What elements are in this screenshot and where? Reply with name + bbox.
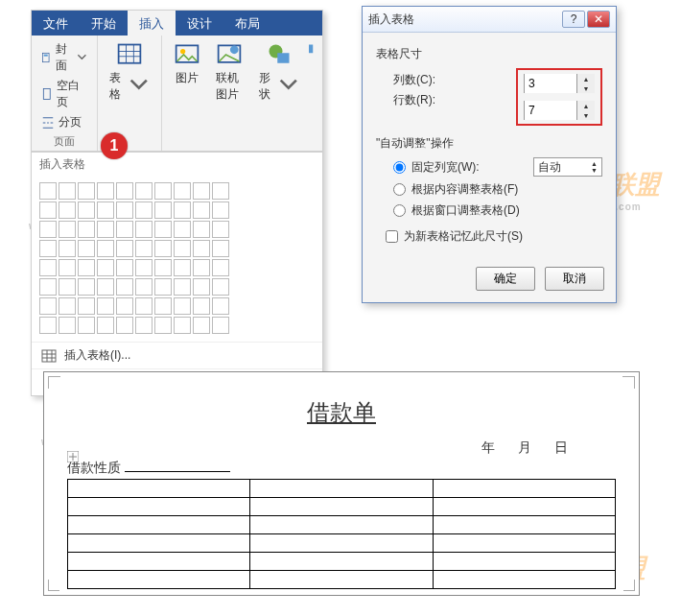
- grid-cell[interactable]: [154, 221, 172, 238]
- grid-cell[interactable]: [59, 182, 76, 200]
- cover-page-button[interactable]: 封面: [37, 39, 91, 76]
- grid-cell[interactable]: [59, 240, 76, 257]
- grid-cell[interactable]: [154, 259, 172, 276]
- grid-cell[interactable]: [174, 221, 191, 238]
- grid-cell[interactable]: [39, 297, 57, 315]
- dialog-titlebar[interactable]: 插入表格 ? ✕: [363, 7, 616, 33]
- grid-cell[interactable]: [212, 278, 229, 296]
- grid-cell[interactable]: [59, 317, 76, 334]
- grid-cell[interactable]: [174, 317, 191, 334]
- cols-down[interactable]: ▼: [577, 83, 595, 93]
- grid-cell[interactable]: [174, 297, 191, 315]
- grid-cell[interactable]: [135, 317, 153, 334]
- grid-cell[interactable]: [59, 259, 76, 276]
- grid-cell[interactable]: [78, 240, 95, 257]
- tab-home[interactable]: 开始: [80, 11, 128, 36]
- table-button[interactable]: 表格: [104, 39, 155, 105]
- grid-cell[interactable]: [193, 240, 210, 257]
- grid-cell[interactable]: [39, 221, 57, 238]
- grid-cell[interactable]: [174, 182, 191, 200]
- grid-cell[interactable]: [78, 297, 95, 315]
- grid-cell[interactable]: [97, 240, 114, 257]
- grid-cell[interactable]: [116, 278, 133, 296]
- ok-button[interactable]: 确定: [476, 267, 535, 291]
- grid-cell[interactable]: [59, 278, 76, 296]
- grid-cell[interactable]: [97, 259, 114, 276]
- grid-cell[interactable]: [193, 297, 210, 315]
- grid-cell[interactable]: [212, 259, 229, 276]
- grid-cell[interactable]: [193, 182, 210, 200]
- grid-cell[interactable]: [154, 201, 172, 219]
- cols-up[interactable]: ▲: [577, 74, 595, 83]
- grid-cell[interactable]: [212, 240, 229, 257]
- grid-cell[interactable]: [78, 182, 95, 200]
- grid-cell[interactable]: [154, 278, 172, 296]
- grid-cell[interactable]: [39, 259, 57, 276]
- grid-cell[interactable]: [135, 297, 153, 315]
- grid-cell[interactable]: [193, 278, 210, 296]
- grid-cell[interactable]: [212, 182, 229, 200]
- grid-cell[interactable]: [39, 240, 57, 257]
- cols-spinner[interactable]: ▲▼: [524, 74, 595, 93]
- grid-cell[interactable]: [154, 297, 172, 315]
- remember-size-checkbox[interactable]: [386, 230, 398, 243]
- grid-cell[interactable]: [78, 317, 95, 334]
- grid-cell[interactable]: [97, 278, 114, 296]
- tab-design[interactable]: 设计: [176, 11, 223, 36]
- grid-cell[interactable]: [59, 297, 76, 315]
- grid-cell[interactable]: [193, 259, 210, 276]
- grid-cell[interactable]: [135, 240, 153, 257]
- cancel-button[interactable]: 取消: [545, 267, 604, 291]
- grid-cell[interactable]: [39, 201, 57, 219]
- grid-cell[interactable]: [174, 201, 191, 219]
- fit-window-radio[interactable]: [393, 204, 406, 217]
- grid-cell[interactable]: [154, 317, 172, 334]
- grid-cell[interactable]: [174, 259, 191, 276]
- grid-cell[interactable]: [193, 201, 210, 219]
- rows-input[interactable]: [525, 101, 576, 120]
- insert-table-menu-item[interactable]: 插入表格(I)...: [32, 342, 322, 368]
- grid-cell[interactable]: [116, 297, 133, 315]
- online-picture-button[interactable]: 联机图片: [210, 39, 249, 105]
- grid-cell[interactable]: [39, 278, 57, 296]
- grid-cell[interactable]: [97, 317, 114, 334]
- grid-cell[interactable]: [78, 259, 95, 276]
- grid-cell[interactable]: [135, 182, 153, 200]
- rows-spinner[interactable]: ▲▼: [524, 101, 595, 120]
- grid-cell[interactable]: [39, 317, 57, 334]
- grid-cell[interactable]: [135, 201, 153, 219]
- grid-cell[interactable]: [116, 240, 133, 257]
- grid-cell[interactable]: [116, 201, 133, 219]
- grid-cell[interactable]: [212, 297, 229, 315]
- grid-cell[interactable]: [174, 278, 191, 296]
- grid-cell[interactable]: [39, 182, 57, 200]
- blank-page-button[interactable]: 空白页: [37, 76, 91, 112]
- picture-button[interactable]: 图片: [168, 39, 206, 105]
- grid-cell[interactable]: [116, 221, 133, 238]
- grid-cell[interactable]: [154, 182, 172, 200]
- grid-cell[interactable]: [135, 259, 153, 276]
- grid-cell[interactable]: [135, 278, 153, 296]
- grid-cell[interactable]: [59, 221, 76, 238]
- grid-cell[interactable]: [174, 240, 191, 257]
- tab-insert[interactable]: 插入: [128, 11, 176, 36]
- tab-file[interactable]: 文件: [32, 11, 80, 36]
- smartart-button[interactable]: [309, 39, 321, 105]
- grid-cell[interactable]: [97, 297, 114, 315]
- grid-cell[interactable]: [97, 221, 114, 238]
- grid-cell[interactable]: [193, 317, 210, 334]
- grid-cell[interactable]: [116, 317, 133, 334]
- grid-cell[interactable]: [78, 201, 95, 219]
- grid-cell[interactable]: [78, 221, 95, 238]
- grid-cell[interactable]: [59, 201, 76, 219]
- rows-down[interactable]: ▼: [577, 110, 595, 120]
- rows-up[interactable]: ▲: [577, 101, 595, 110]
- fixed-width-radio[interactable]: [393, 161, 406, 174]
- grid-cell[interactable]: [116, 182, 133, 200]
- shapes-button[interactable]: 形状: [253, 39, 305, 105]
- grid-cell[interactable]: [135, 221, 153, 238]
- table-anchor-icon[interactable]: [67, 451, 79, 462]
- grid-cell[interactable]: [78, 278, 95, 296]
- help-button[interactable]: ?: [562, 11, 585, 28]
- grid-cell[interactable]: [97, 201, 114, 219]
